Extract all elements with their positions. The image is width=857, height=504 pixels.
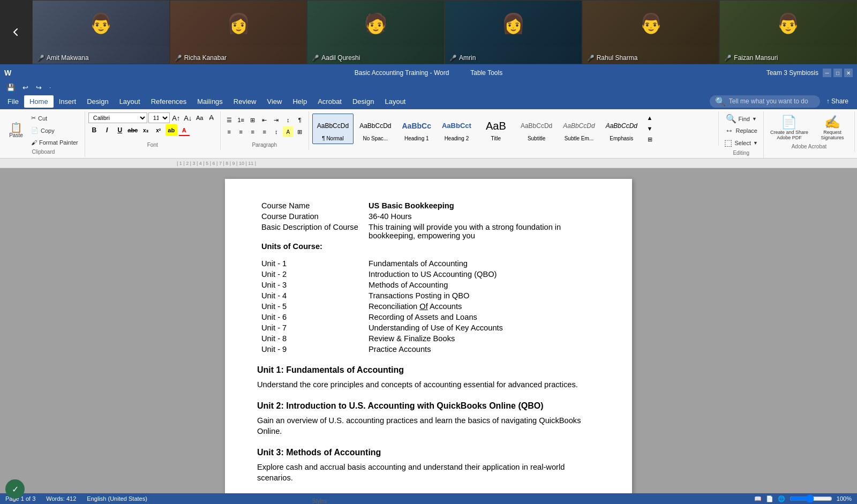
mic-icon-3: 🎤 (449, 55, 457, 62)
style-emphasis[interactable]: AaBbCcDd Emphasis (601, 114, 642, 144)
bottom-icon[interactable]: ✓ (5, 479, 25, 499)
bold-button[interactable]: B (88, 124, 100, 136)
ribbon-adobe-group: 📄 Create and ShareAdobe PDF ✍ RequestSig… (764, 111, 855, 152)
numbering-btn[interactable]: 1≡ (236, 115, 246, 125)
align-right-btn[interactable]: ≡ (247, 126, 258, 137)
menu-references[interactable]: References (146, 95, 192, 108)
redo-quick-btn[interactable]: ↪ (34, 82, 44, 93)
menu-help[interactable]: Help (287, 95, 312, 108)
font-color-button[interactable]: A (178, 124, 190, 136)
superscript-button[interactable]: x² (153, 124, 164, 136)
find-button[interactable]: 🔍 Find ▼ (724, 112, 759, 125)
word-count: Words: 412 (46, 495, 76, 502)
clear-format-btn[interactable]: A (206, 112, 217, 123)
select-dropdown-icon[interactable]: ▼ (753, 140, 758, 146)
replace-button[interactable]: ↔ Replace (723, 125, 760, 137)
format-painter-button[interactable]: 🖌 Format Painter (28, 137, 81, 148)
style-subtitle[interactable]: AaBbCcDd Subtitle (516, 114, 557, 144)
highlight-button[interactable]: ab (166, 124, 177, 136)
subscript-button[interactable]: x₂ (140, 124, 152, 136)
align-center-btn[interactable]: ≡ (236, 126, 246, 137)
styles-scroll-up[interactable]: ▲ (644, 112, 655, 123)
document-area[interactable]: Course Name US Basic Bookkeeping Course … (0, 168, 857, 493)
menu-file[interactable]: File (2, 95, 24, 108)
unit-id-5: Unit - 5 (257, 301, 364, 312)
read-mode-btn[interactable]: 📖 (754, 495, 762, 502)
menu-layout2[interactable]: Layout (379, 95, 411, 108)
style-heading1[interactable]: AaBbCc Heading 1 (397, 114, 436, 144)
style-normal[interactable]: AaBbCcDd ¶ Normal (312, 114, 354, 144)
style-no-spacing-label: No Spac... (363, 136, 388, 141)
undo-quick-btn[interactable]: ↩ (20, 82, 31, 93)
decrease-indent-btn[interactable]: ⇤ (259, 115, 270, 125)
copy-button[interactable]: 📄 Copy (28, 125, 81, 136)
ribbon-font-group: Calibri 11 A↑ A↓ Aa A B I U abc x₂ x² (85, 111, 221, 150)
bullets-btn[interactable]: ☰ (224, 115, 235, 125)
document-page: Course Name US Basic Bookkeeping Course … (225, 179, 632, 493)
participant-name-4: 🎤 Rahul Sharma (587, 54, 638, 62)
unit-title-7: Understanding of Use of Key Accounts (364, 322, 600, 333)
print-layout-btn[interactable]: 📄 (766, 495, 773, 502)
menu-mailings[interactable]: Mailings (192, 95, 228, 108)
paragraph-controls: ☰ 1≡ ⊞ ⇤ ⇥ ↕ ¶ ≡ ≡ ≡ ≡ ↕ A ⊞ (224, 115, 305, 137)
maximize-button[interactable]: □ (833, 69, 842, 77)
multilevel-btn[interactable]: ⊞ (247, 115, 258, 125)
sort-btn[interactable]: ↕ (283, 115, 294, 125)
unit-row-5: Unit - 5 Reconciliation Of Accounts (257, 301, 600, 312)
back-button[interactable] (0, 0, 32, 64)
zoom-slider[interactable] (790, 495, 832, 502)
menu-home[interactable]: Home (24, 95, 54, 108)
select-button[interactable]: ⬚ Select ▼ (722, 137, 760, 149)
decrease-font-btn[interactable]: A↓ (183, 112, 193, 123)
line-spacing-btn[interactable]: ↕ (271, 126, 282, 137)
increase-font-btn[interactable]: A↑ (171, 112, 182, 123)
strikethrough-button[interactable]: abc (127, 124, 139, 136)
font-size-select[interactable]: 11 (148, 112, 170, 123)
shading-btn[interactable]: A (283, 126, 294, 137)
align-left-btn[interactable]: ≡ (224, 126, 235, 137)
style-subtle-em[interactable]: AaBbCcDd Subtle Em... (558, 114, 599, 144)
search-input[interactable] (729, 97, 815, 105)
menu-acrobat[interactable]: Acrobat (312, 95, 347, 108)
menu-design2[interactable]: Design (347, 95, 379, 108)
menu-layout[interactable]: Layout (114, 95, 146, 108)
unit-row-6: Unit - 6 Recording of Assets and Loans (257, 312, 600, 322)
save-quick-btn[interactable]: 💾 (4, 82, 17, 93)
show-formatting-btn[interactable]: ¶ (295, 115, 305, 125)
menu-view[interactable]: View (261, 95, 287, 108)
unit-id-9: Unit - 9 (257, 344, 364, 355)
font-family-select[interactable]: Calibri (88, 112, 147, 123)
search-bar[interactable]: 🔍 (710, 95, 820, 108)
cut-button[interactable]: ✂ Cut (28, 112, 81, 124)
web-layout-btn[interactable]: 🌐 (778, 495, 785, 502)
course-name-label: Course Name (257, 200, 364, 211)
style-heading2[interactable]: AaBbCct Heading 2 (437, 114, 476, 144)
course-info-table: Course Name US Basic Bookkeeping Course … (257, 200, 600, 252)
styles-scroll-down[interactable]: ▼ (644, 123, 655, 134)
avatar-2: 🧑 (307, 1, 444, 46)
minimize-button[interactable]: ─ (823, 69, 831, 77)
create-share-pdf-button[interactable]: 📄 Create and ShareAdobe PDF (767, 112, 811, 142)
underline-button[interactable]: U (114, 124, 126, 136)
mic-icon-2: 🎤 (312, 55, 319, 62)
style-no-spacing[interactable]: AaBbCcDd No Spac... (355, 114, 396, 144)
request-signatures-button[interactable]: ✍ RequestSignatures (814, 112, 851, 142)
justify-btn[interactable]: ≡ (259, 126, 270, 137)
styles-expand[interactable]: ⊞ (644, 134, 655, 145)
share-button[interactable]: ↑ Share (820, 95, 855, 107)
italic-button[interactable]: I (101, 124, 113, 136)
change-case-btn[interactable]: Aa (194, 112, 205, 123)
menu-review[interactable]: Review (228, 95, 262, 108)
style-no-spacing-preview: AaBbCcDd (359, 116, 391, 136)
menu-design[interactable]: Design (81, 95, 114, 108)
paste-button[interactable]: 📋 Paste (5, 120, 27, 141)
unit-row-7: Unit - 7 Understanding of Use of Key Acc… (257, 322, 600, 333)
status-bar: Page 1 of 3 Words: 412 English (United S… (0, 493, 857, 504)
find-dropdown-icon[interactable]: ▼ (752, 116, 757, 122)
increase-indent-btn[interactable]: ⇥ (271, 115, 282, 125)
borders-btn[interactable]: ⊞ (295, 126, 305, 137)
menu-insert[interactable]: Insert (54, 95, 82, 108)
units-list: Unit - 1 Fundamentals of Accounting Unit… (257, 258, 600, 355)
style-title[interactable]: AaB Title (477, 114, 515, 144)
close-button[interactable]: ✕ (844, 69, 853, 77)
